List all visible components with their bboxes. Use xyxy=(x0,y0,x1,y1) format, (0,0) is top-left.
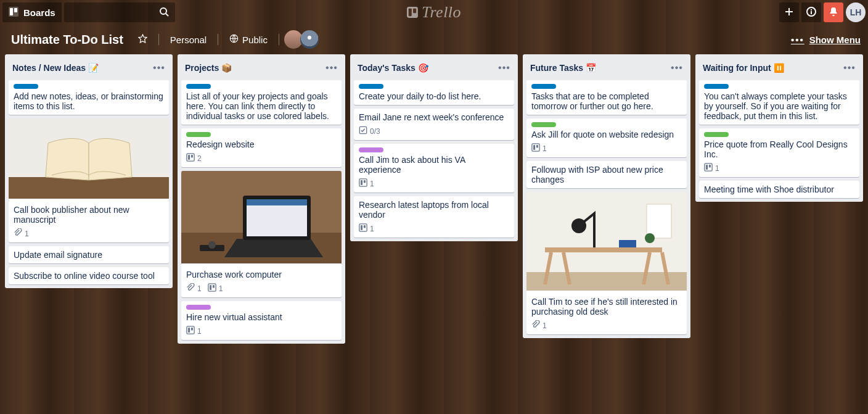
card-labels xyxy=(186,132,337,137)
card-title: Redesign website xyxy=(186,139,337,149)
card[interactable]: Add new notes, ideas, or brainstorming i… xyxy=(9,80,169,115)
list-menu-button[interactable]: ••• xyxy=(324,60,339,75)
card[interactable]: Call Jim to ask about his VA experience1 xyxy=(354,144,514,193)
card[interactable]: Hire new virtual assistant1 xyxy=(181,301,342,340)
list-header: Projects 📦 ••• xyxy=(181,58,342,77)
member-avatar[interactable] xyxy=(300,30,319,49)
card-badges: 1 xyxy=(531,319,682,331)
card[interactable]: Tasks that are to be completed tomorrow … xyxy=(526,80,687,115)
board-header: Ultimate To-Do List Personal Public ••• … xyxy=(0,25,868,54)
card-title: Price quote from Really Cool Designs Inc… xyxy=(704,139,854,159)
svg-rect-5 xyxy=(407,7,418,18)
list[interactable]: Projects 📦 ••• List all of your key proj… xyxy=(178,54,345,344)
svg-rect-7 xyxy=(413,9,416,13)
card[interactable]: Update email signature xyxy=(9,246,169,263)
label-blue[interactable] xyxy=(186,84,211,89)
svg-rect-29 xyxy=(188,328,190,333)
card[interactable]: Followup with ISP about new price change… xyxy=(526,161,687,188)
info-button[interactable] xyxy=(801,2,821,22)
show-menu-label: Show Menu xyxy=(809,35,861,45)
plus-icon xyxy=(784,7,794,19)
attachments-icon xyxy=(186,283,195,294)
badge-trello: 2 xyxy=(186,153,202,164)
label-blue[interactable] xyxy=(704,84,729,89)
list-title[interactable]: Today's Tasks 🎯 xyxy=(358,63,493,73)
ellipsis-icon: ••• xyxy=(153,62,165,73)
trello-icon xyxy=(208,283,216,294)
card-labels xyxy=(359,84,509,89)
label-purple[interactable] xyxy=(359,147,383,152)
notifications-button[interactable] xyxy=(824,2,843,22)
svg-rect-1 xyxy=(10,8,13,15)
create-button[interactable] xyxy=(779,2,799,22)
list-menu-button[interactable]: ••• xyxy=(669,60,684,75)
app-name: Trello xyxy=(422,3,461,22)
badge-value: 0/3 xyxy=(370,127,380,136)
search-input[interactable] xyxy=(64,2,175,22)
list-title[interactable]: Waiting for Input ⏸️ xyxy=(703,63,838,73)
visibility-button[interactable]: Public xyxy=(223,30,274,49)
separator xyxy=(158,34,159,45)
card[interactable]: You can't always complete your tasks by … xyxy=(699,80,859,125)
star-board-button[interactable] xyxy=(132,30,154,49)
user-avatar[interactable]: LH xyxy=(846,2,866,22)
board-canvas[interactable]: Notes / New Ideas 📝 ••• Add new notes, i… xyxy=(0,54,868,414)
label-blue[interactable] xyxy=(359,84,383,89)
card-labels xyxy=(186,305,337,310)
card-title: Call Tim to see if he's still interested… xyxy=(531,297,682,317)
svg-rect-22 xyxy=(247,199,307,205)
card[interactable]: Create your daily to-do list here. xyxy=(354,80,514,105)
list-menu-button[interactable]: ••• xyxy=(152,60,166,75)
svg-rect-46 xyxy=(619,240,636,247)
card[interactable]: Purchase work computer11 xyxy=(181,171,342,297)
list-title[interactable]: Projects 📦 xyxy=(185,63,321,73)
svg-rect-39 xyxy=(533,145,535,150)
list[interactable]: Today's Tasks 🎯 ••• Create your daily to… xyxy=(350,54,518,241)
card[interactable]: Email Jane re next week's conference0/3 xyxy=(354,109,514,140)
list[interactable]: Future Tasks 📅 ••• Tasks that are to be … xyxy=(523,54,690,338)
list-title[interactable]: Notes / New Ideas 📝 xyxy=(12,63,148,73)
list-header: Waiting for Input ⏸️ ••• xyxy=(699,58,859,77)
board-members[interactable] xyxy=(284,30,319,49)
label-green[interactable] xyxy=(704,132,729,137)
show-menu-button[interactable]: ••• Show Menu xyxy=(791,35,861,45)
label-green[interactable] xyxy=(531,122,556,127)
app-logo[interactable]: Trello xyxy=(407,3,461,22)
card[interactable]: Subscribe to online video course tool xyxy=(9,267,169,284)
visibility-label: Public xyxy=(242,35,268,45)
list-menu-button[interactable]: ••• xyxy=(842,60,857,75)
svg-rect-44 xyxy=(647,204,671,238)
svg-rect-48 xyxy=(705,164,712,171)
board-title[interactable]: Ultimate To-Do List xyxy=(7,30,127,49)
team-button[interactable]: Personal xyxy=(164,30,213,49)
list-title[interactable]: Future Tasks 📅 xyxy=(530,63,666,73)
badge-value: 1 xyxy=(542,144,547,153)
svg-rect-42 xyxy=(526,272,687,291)
card-badges: 0/3 xyxy=(359,125,509,136)
team-label: Personal xyxy=(170,35,207,45)
list-menu-button[interactable]: ••• xyxy=(497,60,512,75)
label-purple[interactable] xyxy=(186,305,211,310)
search-icon xyxy=(159,7,169,19)
card[interactable]: Meeting time with Shoe distributor xyxy=(699,181,859,198)
card-title: Call book publisher about new manuscript xyxy=(14,205,164,225)
boards-button[interactable]: Boards xyxy=(2,2,62,22)
label-green[interactable] xyxy=(186,132,211,137)
card-badges: 1 xyxy=(531,142,682,154)
label-blue[interactable] xyxy=(531,84,556,89)
svg-marker-19 xyxy=(224,239,323,257)
card[interactable]: Research latest laptops from local vendo… xyxy=(354,196,514,238)
svg-rect-30 xyxy=(191,328,193,330)
svg-rect-43 xyxy=(545,247,662,252)
list[interactable]: Notes / New Ideas 📝 ••• Add new notes, i… xyxy=(5,54,173,288)
card[interactable]: Redesign website2 xyxy=(181,128,342,167)
badge-trello: 1 xyxy=(531,143,547,154)
card[interactable]: Ask Jill for quote on website redesign1 xyxy=(526,118,687,157)
bell-icon xyxy=(829,7,838,19)
card[interactable]: Call Tim to see if he's still interested… xyxy=(526,192,687,334)
card[interactable]: Call book publisher about new manuscript… xyxy=(9,118,169,242)
list[interactable]: Waiting for Input ⏸️ ••• You can't alway… xyxy=(695,54,863,202)
card[interactable]: List all of your key projects and goals … xyxy=(181,80,342,125)
card[interactable]: Price quote from Really Cool Designs Inc… xyxy=(699,128,859,177)
label-blue[interactable] xyxy=(14,84,38,89)
